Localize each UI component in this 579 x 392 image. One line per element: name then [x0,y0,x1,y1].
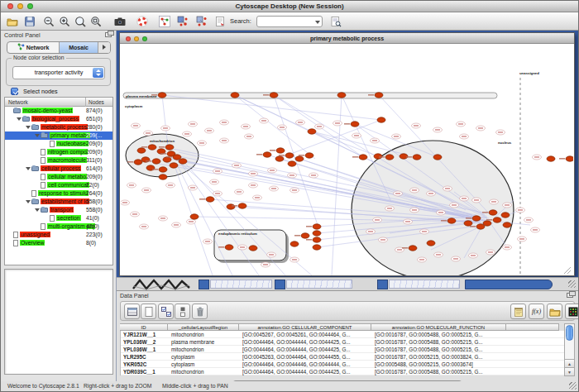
expand-arrow-icon[interactable] [34,131,41,140]
tree-row[interactable]: multi-organism pro42(0) [5,222,112,231]
zoom-fit-button[interactable] [89,15,104,29]
tab-network[interactable]: Network [7,42,60,53]
create-view-button[interactable] [175,15,191,29]
network-node-selected[interactable] [313,224,321,229]
network-node-selected[interactable] [464,221,472,226]
network-node-selected[interactable] [377,117,385,122]
delete-attribute-button[interactable] [192,304,208,319]
tree-row[interactable]: transport558(0) [5,206,112,214]
tree-row[interactable]: Overview8(0) [5,239,112,247]
tree-row[interactable]: metabolic process280(0) [5,123,112,131]
network-node-selected[interactable] [170,163,178,168]
background-window-thumbnail[interactable] [210,280,272,289]
network-node-selected[interactable] [227,204,235,209]
network-node-selected[interactable] [351,122,359,127]
overview-window-thumbnail[interactable] [132,278,193,291]
formula-builder-button[interactable]: f(x) [529,304,544,319]
node-color-select[interactable]: transporter activity [12,66,105,79]
table-scrollbar[interactable]: ▲ ▼ [564,323,575,376]
tree-row[interactable]: secretion41(0) [5,214,112,222]
destroy-view-button[interactable] [194,15,210,29]
tree-row[interactable]: macromolecule311(0) [5,156,112,165]
table-column-header[interactable]: annotation.GO MOLECULAR_FUNCTION [371,323,506,331]
network-node-selected[interactable] [501,213,510,218]
tab-mosaic[interactable]: Mosaic [60,42,98,53]
tree-row[interactable]: nitrogen compo209(0) [5,148,112,156]
tree-row[interactable]: response to stimulu264(0) [5,189,112,198]
network-node-selected[interactable] [159,167,167,172]
network-node-selected[interactable] [231,93,239,98]
network-node-selected[interactable] [179,159,187,164]
table-column-header[interactable]: annotation.GO CELLULAR_COMPONENT [239,323,371,331]
tree-row[interactable]: unassigned223(0) [5,231,112,239]
table-row[interactable]: YPL036W__2plasma membrane[GO:0044464, GO… [121,338,564,346]
network-node-selected[interactable] [285,153,294,158]
background-window-thumbnail[interactable] [389,280,460,289]
expand-arrow-icon[interactable] [34,206,41,214]
network-node-selected[interactable] [409,246,417,251]
network-node-selected[interactable] [190,214,199,219]
network-node-selected[interactable] [313,245,321,250]
table-row[interactable]: YDR039C__1mitochondrion[GO:0044464, GO:0… [121,368,564,375]
table-row[interactable]: YPL036W__1mitochondrion[GO:0044464, GO:0… [121,346,564,353]
tree-column-nodes[interactable]: Nodes [85,98,104,107]
network-node-selected[interactable] [447,218,456,223]
network-node-selected[interactable] [305,153,313,158]
network-node-selected[interactable] [489,210,497,215]
network-node-selected[interactable] [238,203,246,208]
network-node-selected[interactable] [308,129,316,134]
expand-arrow-icon[interactable] [25,123,31,131]
birdseye-view[interactable] [4,269,113,375]
network-view-window[interactable]: primary metabolic process plasma membran… [119,32,575,276]
expand-arrow-icon[interactable] [16,115,22,123]
annotation-button[interactable] [213,15,228,29]
table-row[interactable]: YJR121W__1mitochondrion[GO:0045267, GO:0… [121,331,564,338]
float-panel-icon[interactable] [105,32,112,37]
table-row[interactable]: YKR052Ccytoplasm[GO:0044464, GO:0044446,… [121,361,564,368]
table-column-header[interactable]: _cellularLayoutRegion [168,323,239,331]
network-canvas-host[interactable]: plasma membranecytoplasmmitochondrionnuc… [121,44,573,275]
network-node-selected[interactable] [276,148,285,153]
zoom-out-button[interactable] [41,15,57,29]
snapshot-button[interactable] [112,15,128,29]
search-input[interactable] [256,16,323,27]
matrix-view-button[interactable] [565,304,579,319]
network-node-selected[interactable] [313,231,321,236]
zoom-button[interactable] [27,3,33,9]
network-node-selected[interactable] [433,155,442,160]
network-node-selected[interactable] [163,157,171,162]
tree-row[interactable]: establishment of lo558(0) [5,198,112,206]
inner-minimize-button[interactable] [134,36,139,41]
network-node-selected[interactable] [148,145,156,150]
network-node-selected[interactable] [476,224,485,229]
minimized-window-icon[interactable] [199,280,209,289]
close-button[interactable] [7,3,13,9]
network-node-selected[interactable] [295,156,304,161]
minimized-window-icon[interactable] [377,280,388,289]
network-node-selected[interactable] [206,197,214,202]
network-node-selected[interactable] [427,241,435,246]
float-data-panel-icon[interactable] [567,293,573,298]
network-node-selected[interactable] [547,156,555,161]
save-button[interactable] [22,15,38,29]
search-dropdown-arrow[interactable] [315,21,320,24]
advanced-search-button[interactable] [328,15,344,29]
network-node-selected[interactable] [301,233,309,238]
network-node-selected[interactable] [173,155,181,160]
attribute-table-button[interactable] [124,304,140,319]
tree-row[interactable]: mosaic-demo-yeast874(0) [5,107,112,115]
network-node-selected[interactable] [493,218,501,222]
network-node-selected[interactable] [137,148,146,153]
scroll-down-button[interactable]: ▼ [565,367,574,375]
tree-row[interactable]: primary metabo209(... [5,131,112,140]
expand-arrow-icon[interactable] [25,165,31,173]
network-node-selected[interactable] [413,155,421,160]
unselect-attributes-button[interactable] [175,304,190,319]
help-button[interactable] [135,15,151,29]
select-attributes-button[interactable] [158,304,174,319]
table-column-blank[interactable] [506,323,559,331]
network-node-selected[interactable] [313,237,321,242]
import-attributes-button[interactable] [547,304,562,319]
window-resize-grip[interactable] [568,280,576,288]
network-node-selected[interactable] [263,152,271,157]
